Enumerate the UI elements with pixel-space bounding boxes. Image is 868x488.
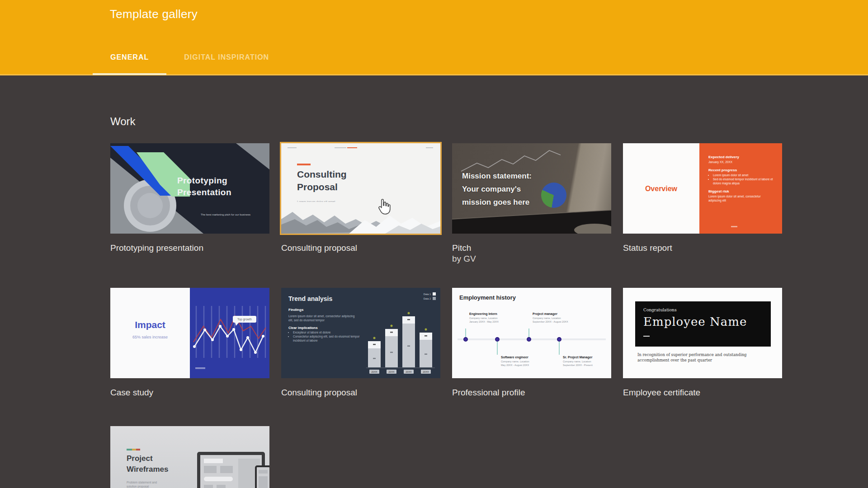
wireframes-title: Project Wireframes [127,453,168,475]
card-label: Employee certificate [623,387,782,398]
trend-bullets: Excepteur ut labore et dolore Consectetu… [288,330,361,343]
template-card-status-report[interactable]: Overview Expected delivery January XX, 2… [623,143,782,265]
status-left-panel: Overview [623,143,699,234]
template-card-employee-certificate[interactable]: Congratulations Employee Name In recogni… [623,288,782,398]
header-banner: Template gallery GENERAL DIGITAL INSPIRA… [0,0,868,75]
card-label: Consulting proposal [281,243,440,253]
thumb-project-wireframes: Project Wireframes Problem statement and… [110,426,269,488]
trend-h2: Clear implications [288,326,318,330]
thumb-professional-profile: Employment history Engineering Intern Co… [452,288,611,378]
svg-text:20XX: 20XX [388,371,395,373]
template-card-case-study[interactable]: Impact 65% sales increase [110,288,269,398]
trend-h1: Findings [288,308,303,312]
gallery-content: Work Prototyping [110,75,782,488]
card-label: Pitch [452,243,611,253]
tab-digital-inspiration-label: DIGITAL INSPIRATION [184,53,269,61]
case-title: Impact [110,319,190,330]
svg-text:20XX: 20XX [423,371,429,373]
template-card-professional-profile[interactable]: Employment history Engineering Intern Co… [452,288,611,398]
status-right-panel: Expected delivery January XX, 20XX Recen… [699,143,782,234]
template-row-2: Impact 65% sales increase [110,288,782,398]
phone-mockup [255,465,269,488]
mountains-art [281,202,440,234]
card-label: Case study [110,387,269,398]
thumb-status-report: Overview Expected delivery January XX, 2… [623,143,782,234]
certificate-body: In recognition of superior performance a… [637,352,769,363]
case-left-panel: Impact 65% sales increase [110,288,190,378]
template-card-consulting-proposal-1[interactable]: Consulting Proposal Lorem ipsum dolor si… [281,143,440,265]
certificate-black-banner: Congratulations Employee Name [635,301,771,347]
trend-p1: Lorem ipsum dolor sit amet, consectetur … [288,314,356,322]
timeline-dot [527,337,531,342]
svg-text:20XX: 20XX [406,371,412,373]
prototyping-slide-title: Prototyping Presentation [177,175,231,198]
svg-text:Top growth: Top growth [237,318,252,321]
thumb-employee-certificate: Congratulations Employee Name In recogni… [623,288,782,378]
card-label: Prototyping presentation [110,243,269,253]
thumb-prototyping-presentation: Prototyping Presentation The best market… [110,143,269,234]
template-card-project-wireframes[interactable]: Project Wireframes Problem statement and… [110,426,269,488]
job-block: Software engineer Company name, Location… [501,356,555,367]
status-footer-mark [731,226,737,227]
thumb-consulting-proposal-1: Consulting Proposal Lorem ipsum dolor si… [281,143,440,234]
tab-bar: GENERAL DIGITAL INSPIRATION [93,50,287,75]
pointer-cursor-icon [377,198,392,217]
certificate-congrats: Congratulations [643,308,677,312]
template-card-consulting-proposal-2[interactable]: Trend analysis Findings Lorem ipsum dolo… [281,288,440,398]
job-block: Engineering Intern Company name, Locatio… [469,312,524,324]
card-label: Status report [623,243,782,253]
template-card-prototyping-presentation[interactable]: Prototyping Presentation The best market… [110,143,269,265]
wireframes-subtitle: Problem statement and solution proposal [127,480,157,488]
thumb-pitch: Mission statement: Your company's missio… [452,143,611,234]
tab-general-label: GENERAL [110,53,149,61]
section-heading-work: Work [110,115,782,128]
thumb-case-study: Impact 65% sales increase [110,288,269,378]
tab-digital-inspiration[interactable]: DIGITAL INSPIRATION [166,50,287,75]
pie-chart-graphic [541,183,566,208]
card-label: Professional profile [452,387,611,398]
consulting-slide-title: Consulting Proposal [297,168,347,193]
job-block: Project manager Company name, Location S… [533,312,587,324]
accent-dash [297,164,311,165]
template-row-3: Project Wireframes Problem statement and… [110,426,782,488]
pitch-slide-text: Mission statement: Your company's missio… [462,169,532,209]
certificate-name: Employee Name [643,315,747,328]
trend-title: Trend analysis [288,295,332,302]
svg-text:20XX: 20XX [371,371,377,373]
card-byline: by GV [452,253,611,265]
laptop-keyboard-art [452,206,611,234]
tab-general[interactable]: GENERAL [93,50,166,75]
thumb-trend-analysis: Trend analysis Findings Lorem ipsum dolo… [281,288,440,378]
chart-callout: Top growth [233,316,256,326]
timeline-dot [495,337,500,342]
prototyping-slide-subtitle: The best marketing pitch for our busines… [201,213,250,216]
template-gallery-page: Template gallery GENERAL DIGITAL INSPIRA… [0,0,868,488]
card-label: Consulting proposal [281,387,440,398]
case-chart-panel: Top growth [190,288,269,378]
status-overview-title: Overview [623,185,699,193]
trend-bar-chart: 20XX20XX20XX20XX [364,296,437,376]
case-subtitle: 65% sales increase [110,335,190,339]
job-block: Sr. Project Manager Company name, Locati… [563,356,611,367]
timeline-dot [463,337,468,342]
timeline-dot [557,337,561,342]
template-row-1: Prototyping Presentation The best market… [110,143,782,265]
dialog-title: Template gallery [110,7,198,21]
timeline-track [458,338,606,340]
template-card-pitch[interactable]: Mission statement: Your company's missio… [452,143,611,265]
profile-title: Employment history [459,294,516,301]
certificate-dash [643,336,650,337]
case-line-chart: Top growth [190,288,269,378]
